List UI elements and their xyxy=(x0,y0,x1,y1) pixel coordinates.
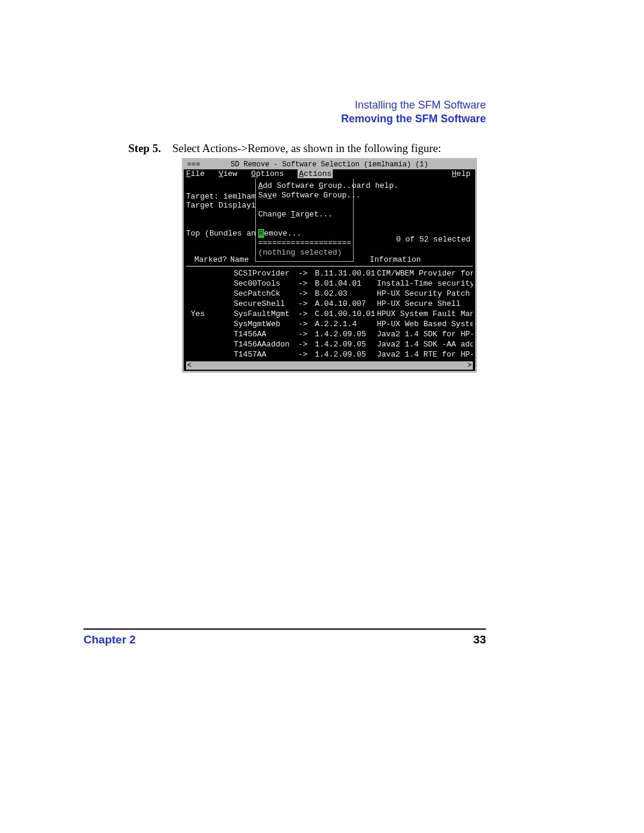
cell-arrow: -> xyxy=(298,289,315,299)
selection-count: 0 of 52 selected xyxy=(396,235,470,244)
table-row[interactable]: SysMgmtWeb->A.2.2.1.4HP-UX Web Based Sys… xyxy=(186,319,473,329)
cell-marked xyxy=(186,339,234,349)
horizontal-scrollbar[interactable]: < > xyxy=(186,361,473,370)
cell-revision: A.04.10.007 xyxy=(315,299,377,309)
table-row[interactable]: T1456AA->1.4.2.09.05Java2 1.4 SDK for HP… xyxy=(186,329,473,339)
step-label: Step 5. xyxy=(128,142,161,154)
cell-arrow: -> xyxy=(298,360,315,360)
target-line: Target: iemlhamia xyxy=(186,192,255,201)
header-section: Installing the SFM Software xyxy=(341,98,486,112)
menu-actions[interactable]: Actions xyxy=(298,169,333,178)
cell-arrow: -> xyxy=(298,268,315,278)
table-row[interactable]: T1457AA->1.4.2.09.05Java2 1.4 RTE for HP… xyxy=(186,349,473,360)
menu-view[interactable]: View xyxy=(219,169,237,178)
cell-name: SecureShell xyxy=(234,299,298,309)
header-rule xyxy=(186,266,473,267)
top-bundles-line: Top (Bundles and P xyxy=(186,229,255,238)
window-title: SD Remove - Software Selection (iemlhami… xyxy=(231,160,428,169)
cell-arrow: -> xyxy=(298,339,315,349)
cell-information: HP-UX Security Patch Che xyxy=(377,289,473,299)
cell-information: Install-Time security in xyxy=(377,278,473,289)
page-header: Installing the SFM Software Removing the… xyxy=(341,98,486,126)
cell-name: T1457AAaddon xyxy=(234,360,298,360)
scroll-right-icon[interactable]: > xyxy=(467,361,472,370)
cell-marked xyxy=(186,268,234,278)
cell-revision: 1.4.2.09.05 xyxy=(315,349,377,360)
table-row[interactable]: SecPatchCk->B.02.03HP-UX Security Patch … xyxy=(186,289,473,299)
cell-information: HP-UX Secure Shell xyxy=(377,299,473,309)
cell-marked xyxy=(186,299,234,309)
cell-revision: B.01.04.01 xyxy=(315,278,377,289)
page-footer: Chapter 2 33 xyxy=(83,633,486,646)
table-row[interactable]: T1457AAaddon->1.4.2.09.05Java2 1.4 RTE -… xyxy=(186,360,473,360)
cell-revision: A.2.2.1.4 xyxy=(315,319,377,329)
menu-options[interactable]: Options xyxy=(251,169,284,178)
cell-marked xyxy=(186,360,234,360)
window-titlebar: === SD Remove - Software Selection (ieml… xyxy=(184,160,475,169)
dropdown-separator: ======================== xyxy=(258,239,351,248)
software-table[interactable]: SCSIProvider->B.11.31.00.01CIM/WBEM Prov… xyxy=(186,268,473,360)
terminal-screenshot: === SD Remove - Software Selection (ieml… xyxy=(182,158,477,373)
cell-arrow: -> xyxy=(298,349,315,360)
table-row[interactable]: Sec00Tools->B.01.04.01Install-Time secur… xyxy=(186,278,473,289)
cell-information: HPUX System Fault Manage xyxy=(377,309,473,319)
table-row[interactable]: YesSysFaultMgmt->C.01.00.10.01HPUX Syste… xyxy=(186,309,473,319)
cell-name: T1456AAaddon xyxy=(234,339,298,349)
menu-item-change-target[interactable]: Change Target... xyxy=(258,210,351,219)
header-subsection: Removing the SFM Software xyxy=(341,112,486,126)
target-displaying: Target Displaying xyxy=(186,201,255,210)
left-panel: Target: iemlhamia Target Displaying Top … xyxy=(186,182,255,238)
cell-name: SCSIProvider xyxy=(234,268,298,278)
cell-marked xyxy=(186,319,234,329)
step-line: Step 5. Select Actions->Remove, as shown… xyxy=(128,142,441,155)
cell-name: T1457AA xyxy=(234,349,298,360)
cell-revision: B.02.03 xyxy=(315,289,377,299)
cell-arrow: -> xyxy=(298,299,315,309)
menu-file[interactable]: File xyxy=(186,169,205,178)
col-header-marked: Marked? xyxy=(194,255,227,264)
page: Installing the SFM Software Removing the… xyxy=(0,0,644,833)
menubar: File View Options Actions xyxy=(184,169,475,179)
step-text: Select Actions->Remove, as shown in the … xyxy=(172,142,441,154)
menu-item-remove[interactable]: Remove... xyxy=(258,229,301,239)
cell-name: SysMgmtWeb xyxy=(234,319,298,329)
cell-marked: Yes xyxy=(186,309,234,319)
col-header-name: Name xyxy=(230,255,249,264)
scroll-left-icon[interactable]: < xyxy=(187,361,191,370)
cell-revision: 1.4.2.09.05 xyxy=(315,329,377,339)
footer-rule xyxy=(83,628,486,630)
cell-name: SysFaultMgmt xyxy=(234,309,298,319)
cell-revision: 1.4.2.09.05 xyxy=(315,339,377,349)
cell-arrow: -> xyxy=(298,329,315,339)
table-row[interactable]: SCSIProvider->B.11.31.00.01CIM/WBEM Prov… xyxy=(186,268,473,278)
cell-information: Java2 1.4 SDK -AA addon xyxy=(377,339,473,349)
menu-help[interactable]: Help xyxy=(452,169,470,179)
col-header-information: Information xyxy=(370,255,421,264)
menu-item-add-software-group[interactable]: Add Software Group... xyxy=(258,181,351,191)
cell-arrow: -> xyxy=(298,278,315,289)
cell-revision: 1.4.2.09.05 xyxy=(315,360,377,360)
cell-revision: C.01.00.10.01 xyxy=(315,309,377,319)
cell-revision: B.11.31.00.01 xyxy=(315,268,377,278)
cell-marked xyxy=(186,278,234,289)
cell-information: Java2 1.4 RTE -AA addon xyxy=(377,360,473,360)
cell-name: Sec00Tools xyxy=(234,278,298,289)
cell-marked xyxy=(186,289,234,299)
table-row[interactable]: SecureShell->A.04.10.007HP-UX Secure She… xyxy=(186,299,473,309)
cell-information: CIM/WBEM Provider for SC xyxy=(377,268,473,278)
page-number: 33 xyxy=(473,633,486,646)
cell-marked xyxy=(186,349,234,360)
cell-information: HP-UX Web Based System M xyxy=(377,319,473,329)
cell-arrow: -> xyxy=(298,319,315,329)
actions-dropdown: Add Software Group... Save Software Grou… xyxy=(255,179,354,262)
cell-arrow: -> xyxy=(298,309,315,319)
cell-name: T1456AA xyxy=(234,329,298,339)
cell-information: Java2 1.4 RTE for HP-UX xyxy=(377,349,473,360)
dropdown-nothing-selected: (nothing selected) xyxy=(258,248,351,258)
cell-marked xyxy=(186,329,234,339)
terminal-body: Target: iemlhamia Target Displaying Top … xyxy=(184,179,475,371)
cell-information: Java2 1.4 SDK for HP-UX xyxy=(377,329,473,339)
table-row[interactable]: T1456AAaddon->1.4.2.09.05Java2 1.4 SDK -… xyxy=(186,339,473,349)
card-help-text: oard help. xyxy=(352,181,398,190)
menu-item-save-software-group[interactable]: Save Software Group... xyxy=(258,191,351,200)
